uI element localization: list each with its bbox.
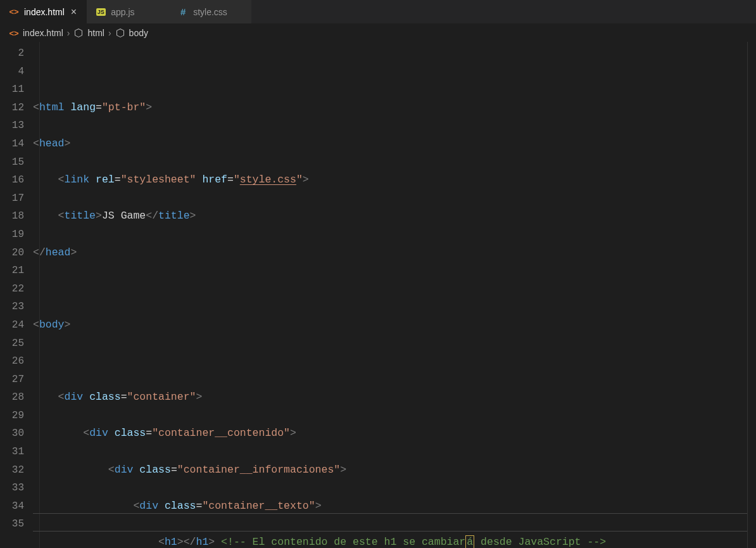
line-number: 14 xyxy=(0,135,24,153)
breadcrumb-node[interactable]: body xyxy=(129,28,148,38)
tab-label: index.html xyxy=(24,7,65,17)
code-line: <title>JS Game</title> xyxy=(33,207,747,226)
line-number: 33 xyxy=(0,479,24,497)
breadcrumb: <> index.html › html › body xyxy=(0,24,756,42)
line-number: 17 xyxy=(0,189,24,208)
line-number-gutter: 2 4 11 12 13 14 15 16 17 18 19 20 21 22 … xyxy=(0,42,33,548)
html-file-icon: <> xyxy=(9,28,19,38)
line-number: 26 xyxy=(0,352,24,371)
tab-bar: <> index.html × JS app.js # style.css xyxy=(0,0,756,24)
close-icon[interactable]: × xyxy=(70,6,78,18)
code-line: <h1></h1> <!-- El contenido de este h1 s… xyxy=(33,533,747,548)
line-number: 23 xyxy=(0,298,24,316)
line-number: 13 xyxy=(0,117,24,135)
line-number: 24 xyxy=(0,316,24,335)
line-number: 11 xyxy=(0,80,24,99)
code-area[interactable]: <html lang="pt-br"> <head> <link rel="st… xyxy=(33,42,747,548)
code-line xyxy=(33,352,747,371)
css-file-icon: # xyxy=(178,7,188,17)
line-number: 12 xyxy=(0,99,24,117)
line-number: 19 xyxy=(0,226,24,244)
line-number: 22 xyxy=(0,280,24,298)
code-line: </head> xyxy=(33,244,747,262)
code-line xyxy=(33,280,747,298)
chevron-right-icon: › xyxy=(108,28,111,38)
code-line: <html lang="pt-br"> xyxy=(33,99,747,117)
tab-label: style.css xyxy=(193,7,227,17)
line-number: 18 xyxy=(0,207,24,226)
code-line: <div class="container"> xyxy=(33,388,747,407)
code-line: <head> xyxy=(33,135,747,153)
tab-style-css[interactable]: # style.css xyxy=(169,0,251,23)
line-number: 21 xyxy=(0,262,24,280)
editor: 2 4 11 12 13 14 15 16 17 18 19 20 21 22 … xyxy=(0,42,756,548)
line-number: 2 xyxy=(0,44,24,63)
breadcrumb-node[interactable]: html xyxy=(87,28,104,38)
chevron-right-icon: › xyxy=(67,28,70,38)
line-number: 27 xyxy=(0,371,24,389)
symbol-icon xyxy=(115,28,125,38)
line-number: 20 xyxy=(0,244,24,262)
minimap[interactable] xyxy=(747,42,756,548)
line-number: 4 xyxy=(0,63,24,81)
line-number: 28 xyxy=(0,388,24,407)
symbol-icon xyxy=(73,28,84,38)
line-number: 32 xyxy=(0,461,24,480)
tab-app-js[interactable]: JS app.js xyxy=(87,0,169,23)
code-line: <link rel="stylesheet" href="style.css"> xyxy=(33,171,747,189)
tab-index-html[interactable]: <> index.html × xyxy=(0,0,87,23)
html-file-icon: <> xyxy=(9,7,19,17)
line-number: 30 xyxy=(0,424,24,443)
line-number: 16 xyxy=(0,171,24,189)
tab-label: app.js xyxy=(111,7,134,17)
line-number: 34 xyxy=(0,497,24,516)
line-number: 31 xyxy=(0,443,24,461)
code-line: <body> xyxy=(33,316,747,335)
js-file-icon: JS xyxy=(96,7,106,17)
line-number: 29 xyxy=(0,407,24,425)
cursor-line xyxy=(33,513,747,532)
line-number: 25 xyxy=(0,335,24,353)
line-number: 35 xyxy=(0,515,24,533)
line-number: 15 xyxy=(0,153,24,172)
breadcrumb-file[interactable]: index.html xyxy=(23,28,63,38)
code-line: <div class="container__contenido"> xyxy=(33,424,747,443)
code-line: <div class="container__informaciones"> xyxy=(33,461,747,480)
